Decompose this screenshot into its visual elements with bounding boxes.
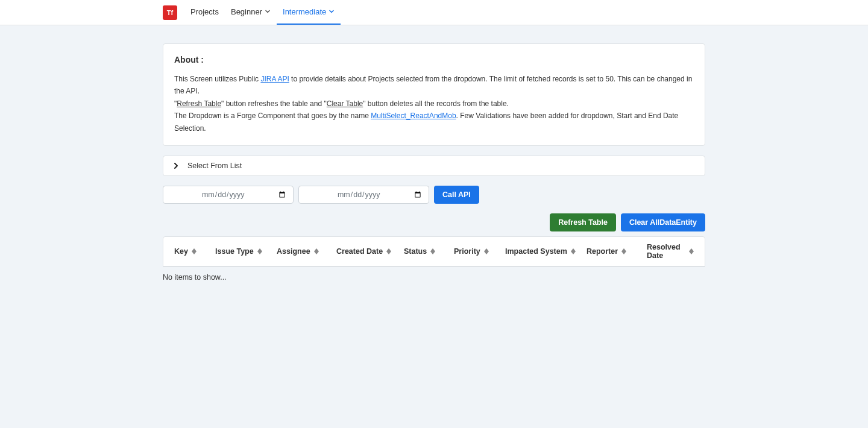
column-header-resolved-date[interactable]: Resolved Date <box>647 243 694 260</box>
about-text-part: " button deletes all the records from th… <box>363 99 509 108</box>
sort-icon <box>689 248 694 254</box>
column-header-created-date[interactable]: Created Date <box>336 243 404 260</box>
clear-table-mention: Clear Table <box>327 99 363 108</box>
sort-icon <box>621 248 626 254</box>
column-label: Created Date <box>336 247 383 256</box>
table-header: Key Issue Type Assignee Created Date Sta… <box>163 237 705 266</box>
sort-icon <box>386 248 391 254</box>
chevron-down-icon <box>265 7 271 16</box>
chevron-down-icon <box>329 7 335 16</box>
sort-icon <box>257 248 262 254</box>
column-label: Resolved Date <box>647 243 685 260</box>
column-label: Key <box>174 247 188 256</box>
end-date-input[interactable] <box>298 186 429 204</box>
controls-row: Call API <box>163 186 705 204</box>
about-text-part: The Dropdown is a Forge Component that g… <box>174 112 371 120</box>
select-label: Select From List <box>187 162 242 170</box>
refresh-table-button[interactable]: Refresh Table <box>550 213 616 231</box>
column-header-status[interactable]: Status <box>404 243 454 260</box>
column-header-issue-type[interactable]: Issue Type <box>215 243 277 260</box>
nav-beginner[interactable]: Beginner <box>225 0 277 25</box>
about-card: About : This Screen utilizes Public JIRA… <box>163 43 705 146</box>
chevron-right-icon <box>172 162 180 170</box>
about-title: About : <box>174 55 694 65</box>
about-text: This Screen utilizes Public JIRA API to … <box>174 73 694 134</box>
column-header-key[interactable]: Key <box>174 243 215 260</box>
clear-all-data-button[interactable]: Clear AllDataEntity <box>621 213 705 231</box>
sort-icon <box>571 248 576 254</box>
column-label: Issue Type <box>215 247 254 256</box>
multiselect-link[interactable]: MultiSelect_ReactAndMob <box>371 112 456 120</box>
column-label: Impacted System <box>505 247 567 256</box>
about-text-part: This Screen utilizes Public <box>174 75 260 83</box>
call-api-button[interactable]: Call API <box>434 186 479 204</box>
column-label: Reporter <box>587 247 618 256</box>
nav-label: Beginner <box>231 7 262 16</box>
sort-icon <box>314 248 319 254</box>
table-actions: Refresh Table Clear AllDataEntity <box>163 213 705 231</box>
start-date-input[interactable] <box>163 186 294 204</box>
column-header-reporter[interactable]: Reporter <box>587 243 647 260</box>
column-header-impacted-system[interactable]: Impacted System <box>505 243 587 260</box>
column-label: Priority <box>454 247 480 256</box>
app-logo: Tf <box>163 5 177 20</box>
sort-icon <box>430 248 435 254</box>
sort-icon <box>192 248 197 254</box>
sort-icon <box>484 248 489 254</box>
select-from-list-dropdown[interactable]: Select From List <box>163 156 705 176</box>
column-header-assignee[interactable]: Assignee <box>277 243 336 260</box>
column-label: Assignee <box>277 247 310 256</box>
nav-intermediate[interactable]: Intermediate <box>277 0 341 25</box>
nav-label: Projects <box>190 7 219 16</box>
nav-label: Intermediate <box>283 7 326 16</box>
jira-api-link[interactable]: JIRA API <box>260 75 289 83</box>
top-nav: Tf Projects Beginner Intermediate <box>0 0 868 25</box>
refresh-table-mention: Refresh Table <box>177 99 221 108</box>
data-table: Key Issue Type Assignee Created Date Sta… <box>163 236 705 267</box>
column-header-priority[interactable]: Priority <box>454 243 505 260</box>
nav-projects[interactable]: Projects <box>184 0 225 25</box>
about-text-part: " button refreshes the table and " <box>221 99 327 108</box>
table-empty-message: No items to show... <box>163 267 705 288</box>
column-label: Status <box>404 247 427 256</box>
